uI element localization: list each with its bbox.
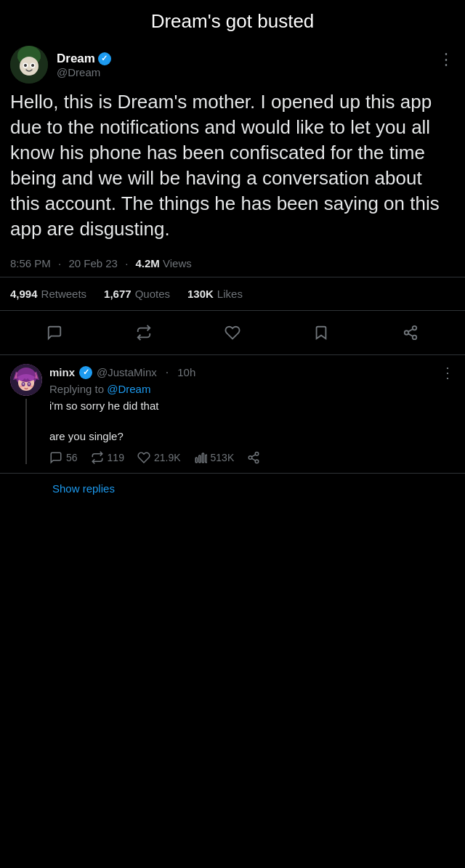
- tweet-timestamp: 8:56 PM: [10, 257, 51, 269]
- svg-point-30: [255, 452, 259, 455]
- reply-content: minx @JustaMinx · 10h ⋮ Replying to @Dre…: [49, 364, 455, 464]
- reply-text-line1: i'm so sorry he did that are you single?: [49, 398, 455, 444]
- replying-to-line: Replying to @Dream: [49, 383, 455, 395]
- svg-rect-29: [205, 455, 206, 463]
- reply-display-name[interactable]: minx: [49, 366, 75, 378]
- svg-point-7: [413, 325, 417, 330]
- svg-point-22: [23, 383, 24, 384]
- tweet-views-text: Views: [163, 257, 192, 269]
- svg-point-8: [405, 330, 409, 335]
- tweet-body: Hello, this is Dream's mother. I opened …: [0, 86, 465, 250]
- reply-like-count: 21.9K: [154, 452, 181, 463]
- retweets-label: Retweets: [41, 288, 87, 300]
- show-replies-button[interactable]: Show replies: [0, 474, 465, 506]
- tweet-views-count: 4.2M: [135, 257, 159, 269]
- reply-views-button[interactable]: 513K: [194, 451, 235, 464]
- likes-count: 130K: [187, 288, 214, 300]
- retweets-stat[interactable]: 4,994 Retweets: [10, 288, 86, 300]
- replying-to-link[interactable]: @Dream: [107, 383, 150, 395]
- tweet-meta: 8:56 PM · 20 Feb 23 · 4.2M Views: [0, 250, 465, 277]
- reply-more-options[interactable]: ⋮: [440, 364, 455, 381]
- avatar-minx[interactable]: [10, 364, 42, 396]
- reply-avatar-col: [10, 364, 42, 464]
- reply-time: 10h: [177, 366, 195, 378]
- bookmark-button[interactable]: [307, 318, 336, 347]
- svg-point-9: [413, 335, 417, 339]
- reply-username[interactable]: @JustaMinx: [97, 366, 157, 378]
- tweet-stats: 4,994 Retweets 1,677 Quotes 130K Likes: [0, 277, 465, 311]
- share-button[interactable]: [396, 318, 425, 347]
- svg-line-10: [408, 333, 413, 336]
- more-options-button[interactable]: ⋮: [438, 50, 455, 69]
- svg-rect-28: [202, 453, 203, 463]
- reply-retweet-count: 119: [108, 452, 124, 463]
- reply-like-button[interactable]: 21.9K: [137, 451, 181, 464]
- reply-section: minx @JustaMinx · 10h ⋮ Replying to @Dre…: [0, 355, 465, 474]
- svg-rect-27: [198, 455, 200, 463]
- svg-point-6: [31, 64, 34, 67]
- username[interactable]: @Dream: [57, 66, 111, 78]
- svg-line-33: [252, 458, 256, 461]
- reply-verified-badge: [79, 366, 92, 379]
- reply-reply-count: 56: [66, 452, 78, 463]
- reply-share-button[interactable]: [247, 451, 260, 464]
- svg-point-2: [20, 57, 39, 76]
- reply-actions: 56 119 21.9K: [49, 451, 455, 464]
- svg-point-32: [255, 460, 259, 463]
- page-title: Dream's got busted: [0, 0, 465, 40]
- quotes-label: Quotes: [135, 288, 170, 300]
- quotes-stat[interactable]: 1,677 Quotes: [104, 288, 170, 300]
- reply-reply-button[interactable]: 56: [49, 451, 78, 464]
- svg-line-11: [408, 329, 413, 332]
- retweets-count: 4,994: [10, 288, 38, 300]
- reply-header: minx @JustaMinx · 10h ⋮: [49, 364, 455, 381]
- likes-label: Likes: [217, 288, 243, 300]
- verified-badge: [98, 52, 111, 65]
- svg-point-25: [30, 385, 33, 386]
- thread-line: [25, 399, 27, 464]
- reply-retweet-button[interactable]: 119: [91, 451, 124, 464]
- svg-point-23: [28, 383, 30, 384]
- likes-stat[interactable]: 130K Likes: [187, 288, 243, 300]
- svg-rect-26: [195, 458, 197, 463]
- retweet-button[interactable]: [129, 318, 158, 347]
- quotes-count: 1,677: [104, 288, 132, 300]
- svg-point-5: [24, 64, 27, 67]
- reply-button[interactable]: [40, 318, 69, 347]
- avatar-dream[interactable]: [10, 46, 48, 84]
- svg-line-34: [252, 454, 256, 456]
- svg-point-31: [248, 455, 252, 459]
- user-info: Dream @Dream: [57, 52, 111, 78]
- reply-views-count: 513K: [211, 452, 235, 463]
- like-button[interactable]: [218, 318, 247, 347]
- tweet-date: 20 Feb 23: [68, 257, 118, 269]
- action-bar: [0, 311, 465, 355]
- display-name[interactable]: Dream: [57, 52, 111, 66]
- svg-point-24: [20, 385, 23, 386]
- tweet-header: Dream @Dream ⋮: [0, 40, 465, 86]
